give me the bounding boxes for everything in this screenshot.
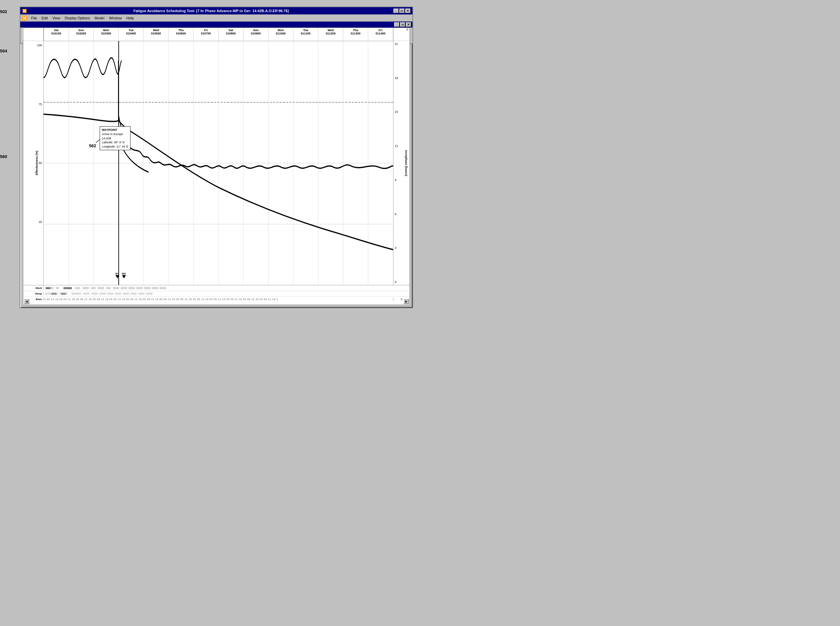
date-010800: 010800 <box>226 32 236 35</box>
base-data: 0 06 12 18 00 06 12 18 00 06 12 18 00 06… <box>44 298 393 300</box>
day-tue1: Tue <box>128 28 133 32</box>
day-wed1: Wed <box>153 28 159 32</box>
date-010500: 010500 <box>151 32 161 35</box>
date-011200: 011200 <box>325 32 335 35</box>
date-010200: 010200 <box>77 32 86 35</box>
minimize-button[interactable]: _ <box>393 8 399 13</box>
day-sun1: Sun <box>78 28 84 32</box>
chart-header: Sat 010100 Sun 010200 Mon 010300 Tue 010… <box>23 28 410 41</box>
y-tick-25: 25 <box>39 221 42 224</box>
menu-bar: 🔀 File Edit View Display Options Model W… <box>20 14 413 22</box>
right-tick-9: 9 <box>395 178 396 182</box>
waypoint-line2: 14:42B <box>102 136 128 141</box>
day-mon2: Mon <box>278 28 284 32</box>
day-wed2: Wed <box>327 28 334 32</box>
work-row: Work ▓▓▓▒▒ ▒▒ ▓▓▓▓▓ ▒▒▒ ▒▒▒▒ ▒▒▒ ▒▒▒▒ ▒▒… <box>23 285 410 291</box>
inner-minimize-button[interactable]: _ <box>394 22 399 27</box>
y-tick-75: 75 <box>39 103 42 106</box>
inner-restore-button[interactable]: ▭ <box>400 22 405 27</box>
inner-close-button[interactable]: ✕ <box>406 22 411 27</box>
reference-label-504: 504 <box>0 49 7 53</box>
date-mon-02: Mon 011000 <box>269 28 293 41</box>
w1-label: W1 <box>116 272 119 275</box>
date-tue-02: Tue 011100 <box>293 28 318 41</box>
sleep-row: Sleep ▒▒▒▒▓▓▓▒ ▒▓▓▓▒ ▒▒▒▒▒▒ ▒▒▒▒ ▒▒▒▒ ▒▒… <box>23 291 410 296</box>
reference-label-560: 560 <box>0 154 7 159</box>
date-sat-01: Sat 010100 <box>44 28 69 41</box>
date-mon-01: Mon 010300 <box>94 28 119 41</box>
w2-label: W2 <box>122 272 126 275</box>
menu-edit[interactable]: Edit <box>40 16 50 21</box>
chart-bottom: Work ▓▓▓▒▒ ▒▒ ▓▓▓▓▓ ▒▒▒ ▒▒▒▒ ▒▒▒ ▒▒▒▒ ▒▒… <box>23 285 410 305</box>
chart-area: Sat 010100 Sun 010200 Mon 010300 Tue 010… <box>23 28 410 305</box>
y-tick-100: 100 <box>37 44 42 47</box>
base-row: Base 0 06 12 18 00 06 12 18 00 06 12 18 … <box>23 296 410 302</box>
date-sun-01: Sun 010200 <box>69 28 94 41</box>
date-011100: 011100 <box>301 32 310 35</box>
day-thu1: Thu <box>178 28 184 32</box>
date-010600: 010600 <box>176 32 186 35</box>
effectiveness-curve <box>44 41 393 285</box>
date-headers: Sat 010100 Sun 010200 Mon 010300 Tue 010… <box>44 28 393 41</box>
title-bar: 🔀 Fatigue Avoidance Scheduling Tool- [7 … <box>20 7 413 14</box>
date-011300: 011300 <box>350 32 360 35</box>
right-axis-label: Acrophase (hours) <box>405 150 408 176</box>
date-sun-02: Sun 010900 <box>244 28 269 41</box>
date-thu-01: Thu 010600 <box>169 28 194 41</box>
right-tick-3: 3 <box>395 246 396 250</box>
menu-help[interactable]: Help <box>125 16 136 21</box>
day-fri2: Fri <box>379 28 383 32</box>
menu-display-options[interactable]: Display Options <box>63 16 92 21</box>
day-mon1: Mon <box>103 28 109 32</box>
date-sat-02: Sat 010800 <box>219 28 244 41</box>
scroll-left-button[interactable]: ◀ <box>24 299 29 304</box>
close-button[interactable]: ✕ <box>405 8 410 13</box>
w1-triangle <box>116 275 119 279</box>
inner-title-bar: _ ▭ ✕ <box>20 22 413 28</box>
work-data: ▓▓▓▒▒ ▒▒ ▓▓▓▓▓ ▒▒▒ ▒▒▒▒ ▒▒▒ ▒▒▒▒ ▒▒▒ ▒▒▒… <box>44 287 393 289</box>
y-axis-right: Acrophase (hours) 21 18 15 12 9 6 3 0 <box>393 41 410 285</box>
inner-window: _ ▭ ✕ Sat 010100 Sun 010200 <box>20 22 413 308</box>
w2-marker: W2 <box>122 272 126 279</box>
day-tue2: Tue <box>303 28 308 32</box>
day-sun2: Sun <box>253 28 259 32</box>
w1-marker: W1 <box>116 272 119 279</box>
menu-window[interactable]: Window <box>107 16 124 21</box>
waypoint-markers: W1 W2 <box>116 272 126 279</box>
y-tick-50: 50 <box>39 161 42 164</box>
day-thu2: Thu <box>353 28 358 32</box>
waypoint-line3: Latitude: 48° 9' N <box>102 140 128 145</box>
title-bar-controls: _ ▭ ✕ <box>393 8 410 13</box>
waypoint-line1: Arrive in Europe <box>102 132 128 136</box>
scroll-right-button[interactable]: ▶ <box>404 299 409 304</box>
window-logo: 🔀 <box>22 9 27 13</box>
date-fri-01: Fri 010700 <box>194 28 218 41</box>
date-011400: 011400 <box>376 32 386 35</box>
menu-view[interactable]: View <box>50 16 62 21</box>
menu-file[interactable]: File <box>29 16 39 21</box>
date-010100: 010100 <box>52 32 61 35</box>
right-tick-18: 18 <box>395 77 398 80</box>
restore-button[interactable]: ▭ <box>399 8 405 13</box>
waypoint-label: WAYPOINT Arrive in Europe 14:42B Latitud… <box>100 126 131 150</box>
right-tick-12: 12 <box>395 144 398 147</box>
date-010700: 010700 <box>201 32 211 35</box>
waypoint-line4: Longitude: 11° 34' E <box>102 145 128 149</box>
window-title: Fatigue Avoidance Scheduling Tool- [7 hr… <box>133 9 289 13</box>
sleep-data: ▒▒▒▒▓▓▓▒ ▒▓▓▓▒ ▒▒▒▒▒▒ ▒▒▒▒ ▒▒▒▒ ▒▒▒▒ ▒▒▒… <box>44 293 393 295</box>
app-icon: 🔀 <box>22 16 27 21</box>
date-010900: 010900 <box>251 32 261 35</box>
date-fri-02: Fri 011400 <box>368 28 393 41</box>
date-010300: 010300 <box>101 32 111 35</box>
right-tick-6: 6 <box>395 213 396 216</box>
day-sat1: Sat <box>54 28 59 32</box>
inner-controls: _ ▭ ✕ <box>394 22 411 27</box>
y-axis-label: Effectiveness (%) <box>35 151 38 175</box>
date-wed-01: Wed 010500 <box>144 28 169 41</box>
right-tick-0: 0 <box>395 280 396 284</box>
chart-plot: WAYPOINT Arrive in Europe 14:42B Latitud… <box>44 41 393 285</box>
date-thu-02: Thu 011300 <box>343 28 368 41</box>
main-window: 🔀 Fatigue Avoidance Scheduling Tool- [7 … <box>20 6 413 308</box>
waypoint-title: WAYPOINT <box>102 128 128 132</box>
menu-model[interactable]: Model <box>92 16 106 21</box>
